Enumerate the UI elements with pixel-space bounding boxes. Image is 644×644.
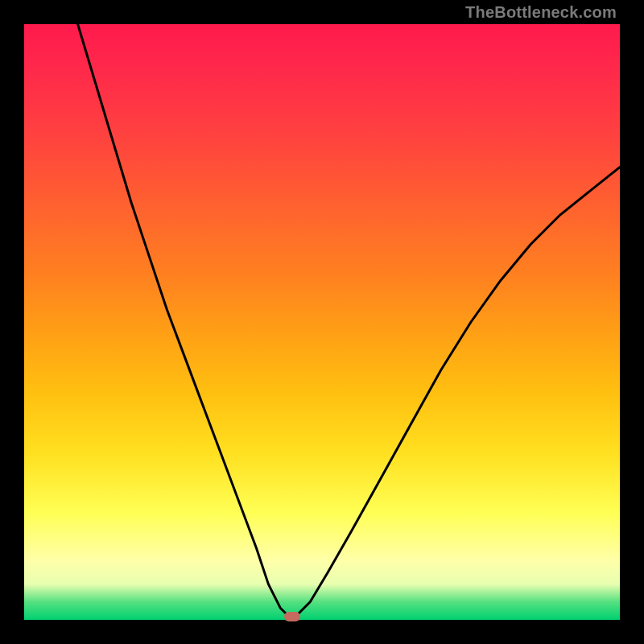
- bottleneck-curve: [78, 24, 620, 620]
- chart-container: TheBottleneck.com: [0, 0, 644, 644]
- curve-svg: [24, 24, 620, 620]
- plot-area: [24, 24, 620, 620]
- watermark-text: TheBottleneck.com: [465, 3, 617, 22]
- min-marker: [284, 612, 300, 621]
